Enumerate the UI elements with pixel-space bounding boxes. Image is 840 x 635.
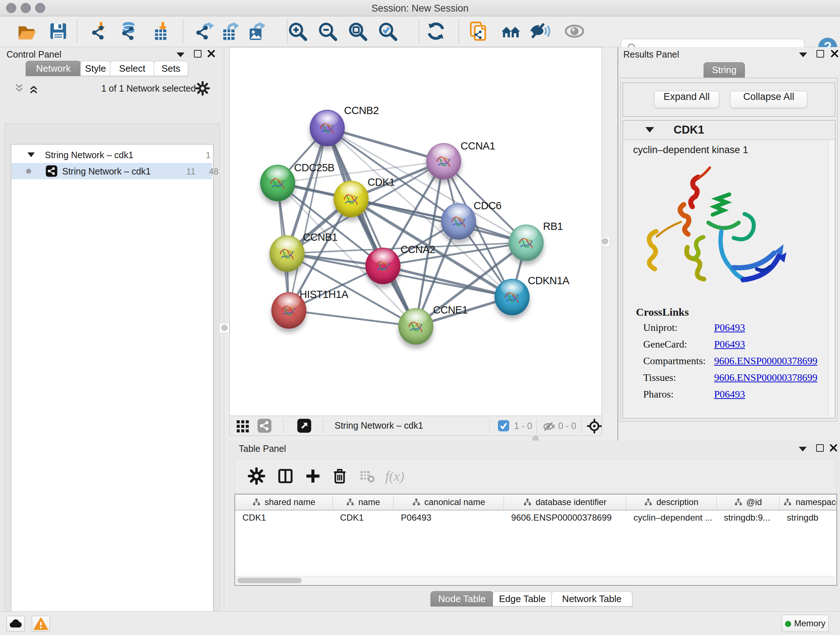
table-hscrollbar-thumb[interactable] [237,578,302,583]
tab-string[interactable]: String [704,62,745,78]
view-grid-icon[interactable] [235,418,250,433]
control-panel-close-icon[interactable] [207,49,216,58]
tab-sets[interactable]: Sets [154,61,188,76]
tree-expander-icon[interactable] [27,152,35,157]
network-list: String Network – cdk1 1 String Network –… [11,144,213,635]
cell-database-identifier[interactable]: 9606.ENSP00000378699 [511,510,623,525]
gene-section-header[interactable]: CDK1 [623,120,835,140]
cell-namespace[interactable]: stringdb [787,510,837,525]
node-CCNB1[interactable] [270,235,305,272]
node-label-CCNA2: CCNA2 [401,244,435,256]
collapse-all-button[interactable]: Collapse All [730,91,807,108]
birds-eye-view-icon[interactable] [297,418,311,433]
zoom-in-icon[interactable] [287,21,308,42]
collapse-all-icon[interactable] [13,82,25,95]
hide-graphics-details-icon[interactable] [529,21,550,42]
import-table-from-file-icon[interactable] [150,21,171,42]
toolbar-separator [287,19,287,43]
column-header-description[interactable]: description [626,494,717,510]
tab-edge-table[interactable]: Edge Table [493,591,552,606]
network-collection-row[interactable]: String Network – cdk1 1 [11,147,212,163]
crosslink-link[interactable]: 9606.ENSP00000378699 [714,355,817,366]
import-network-from-file-icon[interactable] [88,21,109,42]
cell-canonical-name[interactable]: P06493 [401,510,501,525]
warning-status-button[interactable] [32,616,50,632]
column-header--id[interactable]: @id [717,494,780,510]
show-all-panels-icon[interactable] [500,21,521,42]
cell-name[interactable]: CDK1 [340,510,391,525]
results-panel-menu-icon[interactable] [799,52,807,59]
crosslink-label: Compartments: [643,355,714,367]
node-count: 11 [178,166,195,177]
refresh-view-icon[interactable] [425,21,447,42]
node-CDK1[interactable] [333,181,369,217]
node-CDC6[interactable] [441,203,476,240]
crosslink-link[interactable]: P06493 [714,339,745,350]
cell-shared-name[interactable]: CDK1 [242,510,330,525]
table-settings-gear-icon[interactable] [248,467,265,485]
memory-button[interactable]: Memory [782,615,829,632]
clone-network-icon[interactable] [468,21,489,42]
column-header-name[interactable]: name [333,494,393,510]
selected-checkbox-icon[interactable] [497,420,512,434]
edge-count: 48 [201,166,218,177]
node-CCNB2[interactable] [309,110,345,146]
tab-style[interactable]: Style [80,61,111,76]
column-header-label: database identifier [535,497,606,507]
zoom-fit-content-icon[interactable] [347,21,368,42]
export-table-icon[interactable] [219,21,240,42]
gene-collapse-icon[interactable] [645,127,654,133]
network-canvas[interactable]: CCNB2CCNA1CDC25BCDK1CDC6RB1CCNB1CCNA2CDK… [229,47,602,416]
expand-all-icon[interactable] [27,82,40,95]
column-header-namespace[interactable]: namespace [780,494,837,510]
node-CCNA2[interactable] [365,248,401,284]
control-panel-float-icon[interactable] [194,50,202,59]
column-header-label: shared name [264,497,315,507]
view-network-icon[interactable] [257,418,272,433]
table-panel-float-icon[interactable] [816,444,824,453]
cloud-status-button[interactable] [6,616,25,632]
show-graphics-details-icon[interactable] [564,21,585,42]
node-CCNA1[interactable] [426,143,461,180]
show-columns-icon[interactable] [277,467,294,485]
node-CDKN1A[interactable] [494,279,530,315]
results-scrollbar[interactable] [828,140,834,417]
cell--id[interactable]: stringdb:9... [724,510,777,525]
node-label-CCNB1: CCNB1 [303,231,338,243]
tab-network[interactable]: Network [26,61,81,76]
import-network-from-database-icon[interactable] [117,21,138,42]
fit-selected-crosshair-icon[interactable] [586,418,601,432]
open-session-icon[interactable] [16,21,37,42]
network-row-selected[interactable]: String Network – cdk1 11 48 [11,163,212,179]
delete-column-trash-icon[interactable] [331,467,348,485]
expand-all-button[interactable]: Expand All [654,91,719,108]
zoom-out-icon[interactable] [317,21,338,42]
results-panel-close-icon[interactable] [830,49,839,58]
node-CDC25B[interactable] [260,165,295,201]
export-image-icon[interactable] [245,21,266,42]
node-CCNE1[interactable] [398,308,433,345]
network-options-gear-icon[interactable] [195,81,210,96]
left-splitter-handle[interactable] [219,323,229,333]
add-column-icon[interactable] [304,467,322,485]
column-header-database-identifier[interactable]: database identifier [504,494,626,510]
node-RB1[interactable] [508,225,544,261]
column-header-shared-name[interactable]: shared name [235,494,333,510]
save-session-icon[interactable] [48,21,69,42]
export-network-icon[interactable] [194,21,215,42]
results-panel-float-icon[interactable] [816,50,824,59]
crosslink-link[interactable]: P06493 [714,388,745,400]
crosslink-link[interactable]: P06493 [714,322,745,333]
column-header-canonical-name[interactable]: canonical name [393,494,504,510]
network-type-icon [46,165,57,177]
control-panel-menu-icon[interactable] [177,52,185,59]
cell-description[interactable]: cyclin–dependent ... [633,510,714,525]
crosslink-link[interactable]: 9606.ENSP00000378699 [714,372,817,383]
zoom-selected-icon[interactable] [377,21,398,42]
table-panel-menu-icon[interactable] [799,447,807,453]
node-label-RB1: RB1 [543,220,563,233]
table-panel-close-icon[interactable] [829,443,838,452]
tab-select[interactable]: Select [110,61,155,76]
tab-node-table[interactable]: Node Table [431,591,493,606]
tab-network-table[interactable]: Network Table [551,591,632,606]
